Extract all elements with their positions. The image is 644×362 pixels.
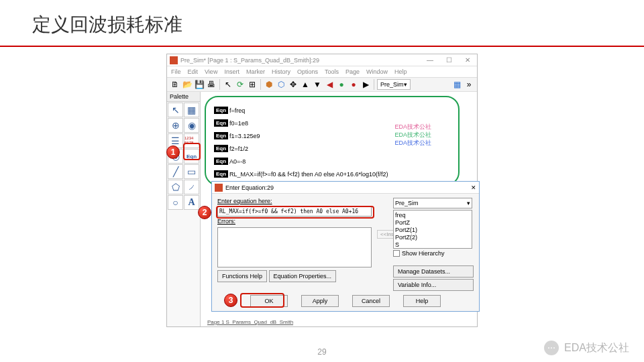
callout-3: 3 — [224, 294, 237, 307]
watermark: EDA技术公社 EDA技术公社 EDA技术公社 — [394, 123, 431, 147]
pal-select-icon[interactable]: ↖ — [168, 103, 183, 117]
list-item: PortZ(2) — [395, 234, 470, 241]
save-icon[interactable]: 💾 — [194, 79, 205, 90]
dialog-icon — [215, 184, 223, 192]
eqn-row[interactable]: EqnA0=-8 — [214, 158, 446, 165]
print-icon[interactable]: 🖶 — [206, 79, 217, 90]
window-title: Pre_Sim* [Page 1 : S_Params_Quad_dB_Smit… — [180, 57, 423, 64]
left-icon[interactable]: ◀ — [324, 79, 335, 90]
palette-header: Palette — [167, 92, 200, 102]
help-button[interactable]: Help — [403, 295, 441, 307]
list-item: freq — [395, 212, 470, 219]
show-hierarchy-label: Show Hierarchy — [402, 250, 445, 257]
menu-options[interactable]: Options — [297, 68, 318, 75]
menu-bar: File Edit View Insert Marker History Opt… — [167, 66, 477, 77]
pal-polyline-icon[interactable]: ⟋ — [184, 180, 199, 194]
list-item: PortZ — [395, 219, 470, 227]
cursor-icon[interactable]: ↖ — [223, 79, 233, 90]
slide-title: 定义回波损耗标准 — [0, 0, 644, 46]
ok-button[interactable]: OK — [250, 295, 288, 307]
palette-panel: Palette ↖ ▦ ⊕ ◉ ☰ 1234 5678 ◎ Eqn ╱ ▭ ⬠ … — [167, 92, 201, 326]
equation-region: Eqnf=freq Eqnf0=1e8 Eqnf1=3.125e9 Eqnf2=… — [205, 96, 460, 186]
errors-box — [217, 227, 372, 267]
maximize-icon[interactable]: ☐ — [442, 56, 455, 64]
minimize-icon[interactable]: — — [423, 56, 437, 64]
equation-input[interactable] — [217, 206, 372, 217]
refresh-icon[interactable]: ⟳ — [235, 79, 246, 90]
page-number: 29 — [317, 347, 326, 357]
pal-poly-icon[interactable]: ⬠ — [168, 180, 183, 194]
eqn-row[interactable]: EqnRL_MAX=if(f>=f0 && f<f2) then A0 else… — [214, 170, 446, 178]
pal-list-icon[interactable]: 1234 5678 — [184, 133, 199, 148]
menu-history[interactable]: History — [272, 68, 290, 75]
dialog-title: Enter Equation:29 — [225, 184, 471, 191]
pal-text-icon[interactable]: A — [184, 195, 199, 210]
show-hierarchy-checkbox[interactable] — [393, 250, 400, 257]
list-item: PortZ(1) — [395, 227, 470, 234]
cancel-button[interactable]: Cancel — [352, 295, 390, 307]
menu-view[interactable]: View — [205, 68, 217, 75]
enter-equation-label: Enter equation here: — [217, 198, 272, 204]
menu-tools[interactable]: Tools — [325, 68, 339, 75]
right-icon[interactable]: ▶ — [360, 79, 371, 90]
circle2-icon[interactable]: ● — [336, 79, 347, 90]
menu-help[interactable]: Help — [394, 68, 407, 75]
menu-file[interactable]: File — [171, 68, 181, 75]
page-tab[interactable]: Page 1 S_Params_Quad_dB_Smith — [207, 319, 293, 325]
callout-2: 2 — [198, 206, 211, 219]
title-underline — [0, 46, 644, 47]
tool2-icon[interactable]: ⬡ — [276, 79, 286, 90]
apply-button[interactable]: Apply — [301, 295, 339, 307]
pal-equation-button[interactable]: Eqn — [184, 149, 199, 164]
down-icon[interactable]: ▼ — [312, 79, 323, 90]
dialog-title-bar: Enter Equation:29 ✕ — [212, 182, 479, 194]
menu-marker[interactable]: Marker — [246, 68, 265, 75]
manage-datasets-button[interactable]: Manage Datasets... — [393, 265, 474, 278]
pal-smith-icon[interactable]: ◉ — [184, 118, 199, 133]
new-icon[interactable]: 🗎 — [170, 79, 180, 90]
menu-page[interactable]: Page — [345, 68, 360, 75]
callout-1: 1 — [166, 145, 180, 159]
wechat-icon: ⋯ — [544, 341, 559, 355]
eqn-row[interactable]: Eqnf=freq — [214, 107, 446, 114]
pal-rect-icon[interactable]: ▭ — [184, 164, 199, 179]
chevron-icon[interactable]: » — [464, 79, 474, 90]
close-icon[interactable]: ✕ — [461, 56, 474, 64]
zoom-icon[interactable]: ⊞ — [247, 79, 258, 90]
dataset-combo[interactable]: Pre_Sim▾ — [377, 79, 411, 90]
tool-icon[interactable]: ⬢ — [264, 79, 274, 90]
dataset-select[interactable]: Pre_Sim▾ — [393, 198, 472, 208]
equation-properties-button[interactable]: Equation Properties... — [269, 270, 337, 282]
grid-icon[interactable]: ▦ — [451, 79, 462, 90]
pal-polar-icon[interactable]: ⊕ — [168, 118, 183, 133]
pal-circle-icon[interactable]: ○ — [168, 195, 183, 210]
open-icon[interactable]: 📂 — [182, 79, 193, 90]
move-icon[interactable]: ✥ — [288, 79, 299, 90]
variable-info-button[interactable]: Variable Info... — [393, 279, 474, 291]
pal-line-icon[interactable]: ╱ — [168, 164, 183, 179]
variable-list[interactable]: freq PortZ PortZ(1) PortZ(2) S — [393, 210, 472, 249]
up-icon[interactable]: ▲ — [300, 79, 311, 90]
functions-help-button[interactable]: Functions Help — [217, 270, 267, 282]
pal-grid-icon[interactable]: ▦ — [184, 103, 199, 117]
toolbar: 🗎 📂 💾 🖶 ↖ ⟳ ⊞ ⬢ ⬡ ✥ ▲ ▼ ◀ ● ● ▶ Pre_Sim▾… — [167, 77, 477, 92]
brand-watermark: ⋯ EDA技术公社 — [544, 341, 629, 355]
menu-window[interactable]: Window — [366, 68, 388, 75]
brand-label: EDA技术公社 — [564, 341, 629, 355]
menu-edit[interactable]: Edit — [188, 68, 199, 75]
dialog-close-icon[interactable]: ✕ — [471, 184, 476, 191]
errors-label: Errors: — [217, 218, 235, 225]
circle3-icon[interactable]: ● — [348, 79, 359, 90]
enter-equation-dialog: Enter Equation:29 ✕ Enter equation here:… — [211, 181, 480, 312]
title-bar: Pre_Sim* [Page 1 : S_Params_Quad_dB_Smit… — [167, 54, 477, 66]
menu-insert[interactable]: Insert — [224, 68, 239, 75]
app-icon — [170, 56, 178, 64]
list-item: S — [395, 241, 470, 249]
